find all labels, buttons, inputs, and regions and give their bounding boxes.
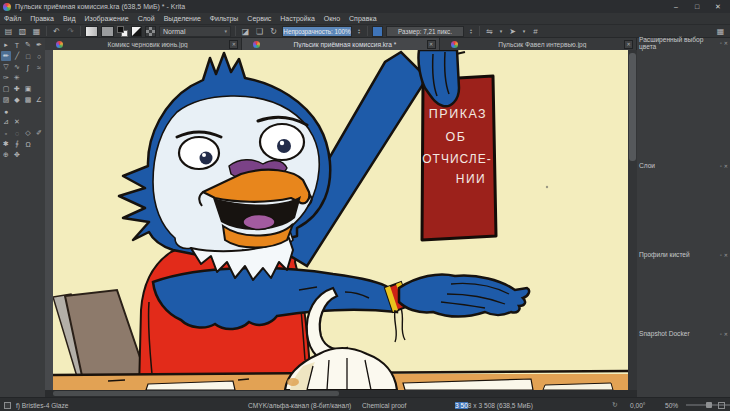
proofing-info[interactable]: Chemical proof — [362, 398, 406, 411]
zoom-level[interactable]: 50% — [665, 398, 678, 411]
tool-polygon[interactable] — [1, 62, 11, 72]
menu-select[interactable]: Выделение — [164, 15, 201, 22]
mirror-vertical-icon[interactable] — [507, 26, 518, 37]
mirror-horizontal-icon[interactable] — [484, 26, 495, 37]
tool-bezier[interactable] — [23, 62, 33, 72]
tab-document-1[interactable]: Комикс черновик июнь.jpg — [45, 38, 242, 50]
save-icon[interactable] — [31, 26, 42, 37]
opacity-slider[interactable]: Непрозрачность: 100% — [282, 26, 352, 37]
tool-color-sampler[interactable] — [12, 95, 22, 105]
tool-ellipse[interactable] — [34, 51, 44, 61]
tool-select-similar[interactable] — [1, 139, 11, 149]
menu-help[interactable]: Справка — [349, 15, 376, 22]
layers-docker-header: . — [637, 122, 730, 131]
new-document-icon[interactable] — [3, 26, 14, 37]
tool-freehand-path[interactable] — [34, 62, 44, 72]
tool-transform[interactable] — [1, 84, 11, 94]
tool-calligraphy[interactable] — [34, 40, 44, 50]
float-docker-icon[interactable] — [720, 252, 722, 258]
gradient-swatch[interactable] — [85, 26, 98, 37]
tool-multibrush[interactable] — [12, 73, 22, 83]
tool-fill[interactable] — [1, 106, 11, 116]
tool-select-magnetic[interactable] — [23, 139, 33, 149]
menu-tools[interactable]: Сервис — [247, 15, 271, 22]
tool-smart-patch[interactable] — [12, 117, 22, 127]
tab-document-3[interactable]: Пульсик Фавел интервью.jpg — [440, 38, 637, 50]
tool-zoom[interactable] — [1, 150, 11, 160]
size-slider[interactable]: Размер: 7,21 пикс. — [386, 26, 464, 37]
tool-line[interactable] — [12, 51, 22, 61]
banner-line-1: ПРИКАЗ — [429, 107, 487, 121]
menu-filter[interactable]: Фильтры — [210, 15, 239, 22]
close-button[interactable] — [708, 0, 728, 13]
tool-polyline[interactable] — [12, 62, 22, 72]
tool-select-bezier[interactable] — [12, 139, 22, 149]
colorspace-info[interactable]: CMYK/альфа-канал (8-бит/канал) — [248, 398, 351, 411]
tab-close-icon[interactable] — [229, 40, 238, 49]
menu-file[interactable]: Файл — [4, 15, 21, 22]
float-docker-icon[interactable] — [720, 331, 722, 337]
tool-pattern-edit[interactable] — [23, 95, 33, 105]
close-docker-icon[interactable] — [724, 331, 728, 337]
reload-preset-icon[interactable] — [254, 26, 265, 37]
tool-crop[interactable] — [23, 84, 33, 94]
tool-gradient[interactable] — [1, 95, 11, 105]
close-docker-icon[interactable] — [724, 163, 728, 169]
redo-icon[interactable] — [65, 26, 76, 37]
canvas-rotation[interactable]: 0,00° — [630, 398, 645, 411]
brush-color-swatch[interactable] — [372, 26, 383, 37]
tab-close-icon[interactable] — [427, 40, 436, 49]
mirror-options2-icon[interactable] — [521, 26, 527, 37]
close-docker-icon[interactable] — [724, 252, 728, 258]
mirror-options-icon[interactable] — [498, 26, 504, 37]
tab-close-icon[interactable] — [624, 40, 633, 49]
undo-icon[interactable] — [51, 26, 62, 37]
tab-document-2[interactable]: Пульсик приёмная комиссия.kra * — [242, 38, 439, 50]
opacity-spinner[interactable] — [355, 26, 363, 37]
color-docker-header: Расширенный выбор цвета — [637, 38, 730, 47]
tool-pan[interactable] — [12, 150, 22, 160]
open-folder-icon[interactable] — [17, 26, 28, 37]
tool-select-shapes[interactable] — [1, 40, 11, 50]
close-docker-icon[interactable] — [724, 40, 728, 46]
tool-select-polygon[interactable] — [23, 128, 33, 138]
tool-select-freehand[interactable] — [34, 128, 44, 138]
menu-window[interactable]: Окно — [324, 15, 340, 22]
current-brush-name[interactable]: f) Bristles-4 Glaze — [16, 398, 68, 411]
tool-assistants[interactable] — [1, 117, 11, 127]
reload-icon[interactable] — [268, 26, 279, 37]
wrap-around-icon[interactable] — [530, 26, 541, 37]
float-docker-icon[interactable] — [720, 163, 722, 169]
eraser-icon[interactable] — [240, 26, 251, 37]
tool-move[interactable] — [12, 84, 22, 94]
tool-edit-shapes[interactable] — [23, 40, 33, 50]
blend-mode-select[interactable]: Normal — [159, 26, 231, 37]
selection-checkbox[interactable] — [4, 402, 11, 409]
menu-edit[interactable]: Правка — [30, 15, 54, 22]
banner-line-4: НИИ — [456, 172, 486, 186]
menu-image[interactable]: Изображение — [85, 15, 129, 22]
menu-settings[interactable]: Настройка — [280, 15, 314, 22]
rotation-reset-icon[interactable] — [612, 398, 618, 411]
size-spinner[interactable] — [467, 26, 475, 37]
horizontal-scrollbar[interactable] — [45, 390, 637, 397]
vertical-scrollbar[interactable] — [628, 50, 637, 390]
pattern-editor-icon[interactable] — [145, 26, 156, 37]
foreground-background-colors[interactable] — [117, 26, 128, 37]
canvas[interactable]: ПРИКАЗ ОБ ОТЧИСЛЕ- НИИ — [53, 50, 628, 390]
minimize-button[interactable] — [666, 0, 686, 13]
tool-measure[interactable] — [34, 95, 44, 105]
tool-rectangle[interactable] — [23, 51, 33, 61]
maximize-button[interactable] — [687, 0, 707, 13]
tool-select-ellipse[interactable] — [12, 128, 22, 138]
tool-dynamic-brush[interactable] — [1, 73, 11, 83]
menu-layer[interactable]: Слой — [138, 15, 155, 22]
tool-select-rect[interactable] — [1, 128, 11, 138]
float-docker-icon[interactable] — [720, 40, 722, 46]
menu-view[interactable]: Вид — [63, 15, 76, 22]
pattern-swatch[interactable] — [101, 26, 114, 37]
tool-text[interactable] — [12, 40, 22, 50]
gradient-editor-icon[interactable] — [131, 26, 142, 37]
zoom-fit-icon[interactable] — [718, 402, 725, 409]
tool-freehand-brush[interactable] — [1, 51, 11, 61]
